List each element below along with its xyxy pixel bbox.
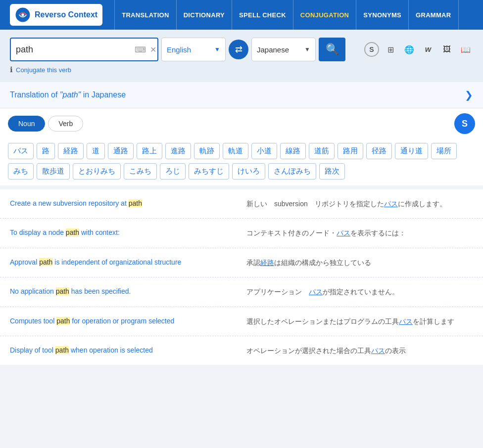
words-grid-row2: みち 散歩道 とおりみち こみち ろじ みちすじ けいろ さんぽみち 路次 xyxy=(0,161,483,185)
word-chip-14[interactable]: 通り道 xyxy=(395,143,428,159)
word-chip-9[interactable]: 小道 xyxy=(251,143,277,159)
translation-section: Translation of "path" in Japanese ❯ Noun… xyxy=(0,82,483,185)
sentence-en-0[interactable]: Create a new subversion repository at pa… xyxy=(10,198,237,209)
main-nav: TRANSLATION DICTIONARY SPELL CHECK CONJU… xyxy=(114,0,458,30)
nav-spellcheck[interactable]: SPELL CHECK xyxy=(232,0,293,30)
nav-grammar[interactable]: GRAMMAR xyxy=(409,0,458,30)
word-chip-11[interactable]: 道筋 xyxy=(309,143,335,159)
ja-highlight-5[interactable]: パス xyxy=(371,347,385,355)
ja-highlight-4[interactable]: パス xyxy=(399,317,413,325)
words-grid-row1: パス 路 経路 道 通路 路上 進路 軌跡 軌道 小道 線路 道筋 路用 径路 … xyxy=(0,139,483,161)
word-chip-15[interactable]: 場所 xyxy=(431,143,457,159)
nav-conjugation[interactable]: CONJUGATION xyxy=(293,0,356,30)
logo-icon xyxy=(15,7,31,23)
translation-title-prefix: Translation of xyxy=(10,90,60,99)
sentence-row-1: To display a node path with context: コンテ… xyxy=(0,219,483,248)
highlight-0: path xyxy=(129,199,142,207)
word-chip-r2-1[interactable]: 散歩道 xyxy=(37,163,70,179)
word-chip-r2-4[interactable]: ろじ xyxy=(160,163,186,179)
s-circle-icon: S xyxy=(462,119,468,129)
nav-translation[interactable]: TRANSLATION xyxy=(114,0,177,30)
nav-dictionary[interactable]: DICTIONARY xyxy=(177,0,232,30)
highlight-2: path xyxy=(39,258,52,266)
word-chip-3[interactable]: 道 xyxy=(87,143,105,159)
ja-highlight-1[interactable]: パス xyxy=(337,229,350,237)
sentence-en-2[interactable]: Approval path is independent of organiza… xyxy=(10,257,237,268)
word-chip-r2-5[interactable]: みちすじ xyxy=(189,163,229,179)
highlight-4: path xyxy=(56,317,70,325)
sentence-en-5[interactable]: Display of tool path when operation is s… xyxy=(10,345,237,356)
word-chip-r2-2[interactable]: とおりみち xyxy=(73,163,121,179)
word-chip-0[interactable]: パス xyxy=(8,143,34,159)
sentence-en-3[interactable]: No application path has been specified. xyxy=(10,286,237,297)
sentence-row-4: Computes tool path for operation or prog… xyxy=(0,307,483,336)
tabs-left: Noun Verb xyxy=(8,116,83,132)
search-row: ⌨ ✕ English ▼ ⇄ Japanese ▼ 🔍 S ⊞ 🌐 w 🖼 📖 xyxy=(10,38,473,61)
word-chip-4[interactable]: 通路 xyxy=(108,143,134,159)
image-icon[interactable]: 🖼 xyxy=(439,42,454,57)
header: Reverso Context TRANSLATION DICTIONARY S… xyxy=(0,0,483,30)
swap-icon: ⇄ xyxy=(235,44,242,55)
sentence-en-4[interactable]: Computes tool path for operation or prog… xyxy=(10,316,237,326)
sentence-ja-4: 選択したオペレーションまたはプログラムの工具パスを計算します xyxy=(246,316,473,327)
target-lang-text: Japanese xyxy=(257,45,301,54)
sentence-ja-2: 承認経路は組織の構成から独立している xyxy=(246,257,473,268)
svg-point-1 xyxy=(21,13,24,16)
word-chip-8[interactable]: 軌道 xyxy=(223,143,248,159)
logo-text: Reverso Context xyxy=(35,10,97,19)
search-button[interactable]: 🔍 xyxy=(319,38,345,61)
tabs-row: Noun Verb S xyxy=(0,108,483,139)
search-icon: 🔍 xyxy=(326,43,339,56)
word-chip-10[interactable]: 線路 xyxy=(280,143,306,159)
word-chip-7[interactable]: 軌跡 xyxy=(194,143,220,159)
ja-highlight-2[interactable]: 経路 xyxy=(260,259,274,267)
search-input[interactable] xyxy=(16,45,131,55)
sentence-row-3: No application path has been specified. … xyxy=(0,277,483,307)
s-circle-button[interactable]: S xyxy=(454,113,475,134)
clear-icon[interactable]: ✕ xyxy=(150,45,156,54)
tab-noun[interactable]: Noun xyxy=(8,116,45,132)
word-chip-12[interactable]: 路用 xyxy=(338,143,363,159)
word-chip-13[interactable]: 径路 xyxy=(366,143,392,159)
translation-title: Translation of "path" in Japanese xyxy=(10,90,126,99)
highlight-3: path xyxy=(56,287,69,295)
word-chip-r2-6[interactable]: けいろ xyxy=(232,163,265,179)
word-chip-r2-7[interactable]: さんぽみち xyxy=(268,163,316,179)
word-chip-2[interactable]: 経路 xyxy=(58,143,84,159)
word-chip-r2-0[interactable]: みち xyxy=(8,163,34,179)
swap-languages-button[interactable]: ⇄ xyxy=(229,40,248,59)
sentence-ja-0: 新しい subversion リポジトリを指定したパスに作成します。 xyxy=(246,198,473,209)
nav-synonyms[interactable]: SYNONYMS xyxy=(356,0,409,30)
info-icon: ℹ xyxy=(10,65,13,74)
sentence-en-1[interactable]: To display a node path with context: xyxy=(10,227,237,238)
ja-highlight-3[interactable]: パス xyxy=(309,288,323,296)
s-tool-icon[interactable]: S xyxy=(364,42,379,57)
sentences-container: Create a new subversion repository at pa… xyxy=(0,189,483,365)
sentence-row-0: Create a new subversion repository at pa… xyxy=(0,189,483,219)
tab-verb[interactable]: Verb xyxy=(48,116,83,132)
tool-icons: S ⊞ 🌐 w 🖼 📖 xyxy=(364,42,473,57)
target-lang-selector[interactable]: Japanese ▼ xyxy=(251,38,316,61)
translation-header: Translation of "path" in Japanese ❯ xyxy=(0,82,483,108)
word-chip-5[interactable]: 路上 xyxy=(137,143,162,159)
sentence-ja-3: アプリケーション パスが指定されていません。 xyxy=(246,286,473,297)
logo[interactable]: Reverso Context xyxy=(10,4,102,26)
word-chip-r2-3[interactable]: こみち xyxy=(124,163,157,179)
conjugate-hint-text: Conjugate this verb xyxy=(16,66,71,74)
search-box: ⌨ ✕ xyxy=(10,38,158,61)
globe-icon[interactable]: 🌐 xyxy=(402,42,417,57)
collapse-icon[interactable]: ❯ xyxy=(465,89,473,101)
book-icon[interactable]: 📖 xyxy=(458,42,473,57)
ja-highlight-0[interactable]: パス xyxy=(384,200,398,208)
word-chip-1[interactable]: 路 xyxy=(37,143,55,159)
keyboard-icon[interactable]: ⌨ xyxy=(135,45,146,54)
source-lang-selector[interactable]: English ▼ xyxy=(161,38,226,61)
word-chip-6[interactable]: 進路 xyxy=(165,143,191,159)
sentence-ja-5: オペレーションが選択された場合の工具パスの表示 xyxy=(246,345,473,356)
source-lang-text: English xyxy=(167,45,211,54)
source-lang-chevron: ▼ xyxy=(214,46,220,53)
word-chip-r2-8[interactable]: 路次 xyxy=(319,163,345,179)
w-icon[interactable]: w xyxy=(421,42,435,57)
grid-icon[interactable]: ⊞ xyxy=(383,42,398,57)
conjugate-hint[interactable]: ℹ Conjugate this verb xyxy=(10,65,473,74)
